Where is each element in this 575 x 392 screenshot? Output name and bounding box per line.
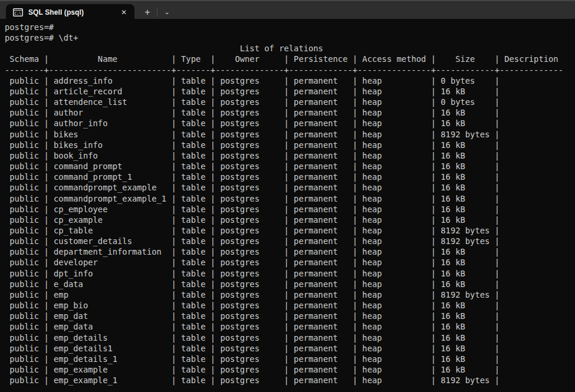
terminal-text: postgres=# postgres=# \dt+ List of relat… [5, 22, 575, 386]
terminal-viewport[interactable]: postgres=# postgres=# \dt+ List of relat… [0, 19, 575, 392]
tab-dropdown-icon[interactable]: ⌄ [159, 5, 175, 19]
titlebar[interactable]: C:\ SQL Shell (psql) ✕ + ⌄ [0, 0, 575, 19]
svg-text:C:\: C:\ [14, 11, 21, 15]
new-tab-button[interactable]: + [139, 5, 156, 19]
tab-title: SQL Shell (psql) [28, 8, 118, 17]
tab-close-icon[interactable]: ✕ [118, 6, 130, 18]
tab-sql-shell[interactable]: C:\ SQL Shell (psql) ✕ [6, 4, 134, 20]
tab-actions-divider [157, 8, 157, 17]
console-window-icon: C:\ [13, 8, 23, 17]
